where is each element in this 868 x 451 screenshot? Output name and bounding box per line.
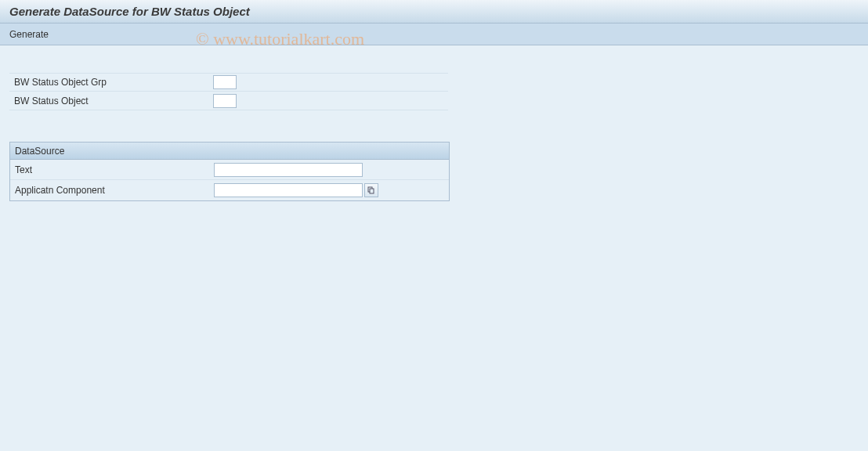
application-component-label: Applicatn Component <box>10 185 214 196</box>
bw-status-object-input[interactable] <box>213 94 237 108</box>
field-row-obj: BW Status Object <box>9 92 448 110</box>
datasource-panel-body: Text Applicatn Component <box>10 160 449 200</box>
title-bar: Generate DataSource for BW Status Object <box>0 0 868 23</box>
bw-status-object-grp-label: BW Status Object Grp <box>9 77 213 88</box>
application-component-input[interactable] <box>214 183 363 197</box>
search-help-icon <box>367 186 375 194</box>
field-row-grp: BW Status Object Grp <box>9 73 448 92</box>
text-input[interactable] <box>214 163 363 177</box>
svg-rect-1 <box>370 189 374 193</box>
bw-status-object-grp-input[interactable] <box>213 75 237 89</box>
application-component-f4-button[interactable] <box>364 183 378 197</box>
generate-button[interactable]: Generate <box>9 29 49 40</box>
bw-status-object-label: BW Status Object <box>9 96 213 106</box>
page-title: Generate DataSource for BW Status Object <box>9 5 250 18</box>
selection-fields: BW Status Object Grp BW Status Object <box>9 73 448 110</box>
datasource-panel-header: DataSource <box>10 143 449 160</box>
panel-row-component: Applicatn Component <box>10 180 449 200</box>
panel-row-text: Text <box>10 160 449 180</box>
content-area: BW Status Object Grp BW Status Object Da… <box>0 45 868 211</box>
text-label: Text <box>10 164 214 175</box>
datasource-panel: DataSource Text Applicatn Component <box>9 142 450 201</box>
application-toolbar: Generate <box>0 23 868 45</box>
